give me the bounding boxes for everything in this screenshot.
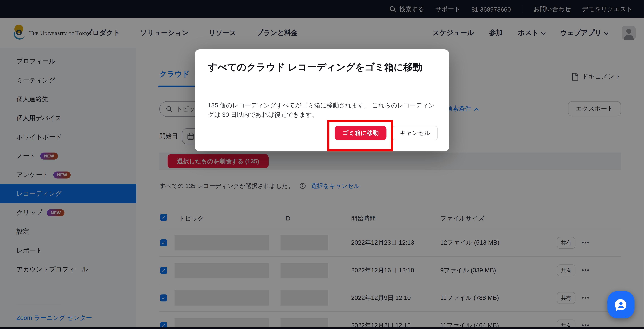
dialog-body: 135 個のレコーディングすべてがゴミ箱に移動されます。 これらのレコーディング… [208, 100, 437, 119]
dialog-title: すべてのクラウド レコーディングをゴミ箱に移動 [208, 60, 438, 74]
move-to-trash-dialog: すべてのクラウド レコーディングをゴミ箱に移動 135 個のレコーディングすべて… [195, 49, 449, 151]
page: 検索する サポート 81 368973660 お問い合わせ デモをリクエスト T… [0, 0, 644, 329]
cancel-button[interactable]: キャンセル [392, 126, 438, 140]
annotation-highlight-box [327, 120, 393, 151]
support-chat-button[interactable] [608, 291, 634, 318]
chat-person-icon [613, 296, 629, 313]
